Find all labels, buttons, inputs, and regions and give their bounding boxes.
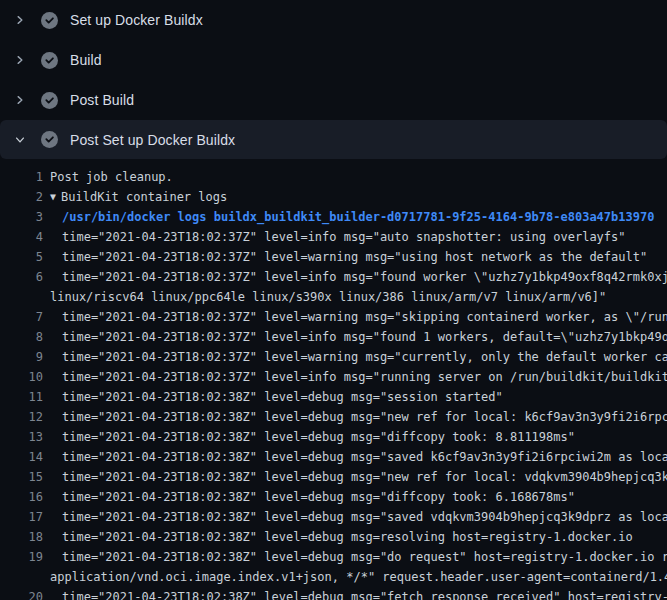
log-line-text: time="2021-04-23T18:02:38Z" level=debug … [43,507,667,527]
log-line: 3 /usr/bin/docker logs buildx_buildkit_b… [0,207,667,227]
log-line-text: time="2021-04-23T18:02:38Z" level=debug … [43,527,633,547]
log-line: 14 time="2021-04-23T18:02:38Z" level=deb… [0,447,667,467]
step-header-post-set-up-docker-buildx[interactable]: Post Set up Docker Buildx [0,120,667,159]
log-line-text: time="2021-04-23T18:02:37Z" level=warnin… [43,307,667,327]
chevron-right-icon [14,94,26,106]
log-line-text: time="2021-04-23T18:02:38Z" level=debug … [43,387,503,407]
step-label: Build [70,52,102,68]
log-line-number[interactable]: 16 [0,487,43,507]
log-line-number[interactable]: 6 [0,267,43,287]
log-line-text: time="2021-04-23T18:02:37Z" level=info m… [43,227,626,247]
chevron-right-icon [14,54,26,66]
log-line-text: BuildKit container logs [56,187,227,207]
log-line: 16 time="2021-04-23T18:02:38Z" level=deb… [0,487,667,507]
triangle-down-icon: ▼ [43,187,56,207]
log-line-text: time="2021-04-23T18:02:38Z" level=debug … [43,587,667,600]
log-line-text: application/vnd.oci.image.index.v1+json,… [43,567,667,587]
log-line: 8 time="2021-04-23T18:02:37Z" level=info… [0,327,667,347]
step-label: Post Set up Docker Buildx [70,132,235,148]
check-circle-icon [41,12,58,29]
log-line-number[interactable]: 10 [0,367,43,387]
log-line-text: time="2021-04-23T18:02:37Z" level=info m… [43,267,667,287]
log-line-number[interactable]: 4 [0,227,43,247]
chevron-right-icon [14,14,26,26]
log-line: 18 time="2021-04-23T18:02:38Z" level=deb… [0,527,667,547]
log-line: 20 time="2021-04-23T18:02:38Z" level=deb… [0,587,667,600]
log-line: 4 time="2021-04-23T18:02:37Z" level=info… [0,227,667,247]
log-line: 19 time="2021-04-23T18:02:38Z" level=deb… [0,547,667,567]
log-line-continuation: application/vnd.oci.image.index.v1+json,… [0,567,667,587]
log-line: 6 time="2021-04-23T18:02:37Z" level=info… [0,267,667,287]
log-line-number[interactable]: 9 [0,347,43,367]
workflow-log-page: { "theme":{ "background":"#0b0e14", "exp… [0,0,667,600]
log-line-text: time="2021-04-23T18:02:37Z" level=warnin… [43,347,667,367]
step-header-set-up-docker-buildx[interactable]: Set up Docker Buildx [0,0,667,40]
log-line-number[interactable]: 7 [0,307,43,327]
log-line-number[interactable]: 3 [0,207,43,227]
log-line: 13 time="2021-04-23T18:02:38Z" level=deb… [0,427,667,447]
log-line-number[interactable]: 5 [0,247,43,267]
log-line-text: time="2021-04-23T18:02:37Z" level=warnin… [43,247,647,267]
log-line-number[interactable]: 15 [0,467,43,487]
log-line: 11 time="2021-04-23T18:02:38Z" level=deb… [0,387,667,407]
log-line: 17 time="2021-04-23T18:02:38Z" level=deb… [0,507,667,527]
log-line-number[interactable] [0,567,43,587]
log-line-number[interactable]: 19 [0,547,43,567]
log-line-text: time="2021-04-23T18:02:38Z" level=debug … [43,547,667,567]
log-line: 10 time="2021-04-23T18:02:37Z" level=inf… [0,367,667,387]
log-line-number[interactable]: 2 [0,187,43,207]
log-line-continuation: linux/riscv64 linux/ppc64le linux/s390x … [0,287,667,307]
log-line-text: linux/riscv64 linux/ppc64le linux/s390x … [43,287,606,307]
log-line-number[interactable]: 8 [0,327,43,347]
check-circle-icon [41,92,58,109]
log-line-text: time="2021-04-23T18:02:38Z" level=debug … [43,407,667,427]
log-line-text: time="2021-04-23T18:02:38Z" level=debug … [43,427,575,447]
log-line-text: Post job cleanup. [43,167,173,187]
log-line-number[interactable]: 1 [0,167,43,187]
step-label: Set up Docker Buildx [70,12,203,28]
log-line-number[interactable]: 13 [0,427,43,447]
check-circle-icon [41,52,58,69]
step-header-post-build[interactable]: Post Build [0,80,667,120]
log-line-text: time="2021-04-23T18:02:38Z" level=debug … [43,467,667,487]
log-line-number[interactable]: 14 [0,447,43,467]
log-line: 12 time="2021-04-23T18:02:38Z" level=deb… [0,407,667,427]
log-line-text: time="2021-04-23T18:02:38Z" level=debug … [43,487,575,507]
log-line: 1 Post job cleanup. [0,167,667,187]
steps-list: Set up Docker Buildx Build Post Build Po… [0,0,667,159]
check-circle-icon [41,131,58,148]
log-command-text: /usr/bin/docker logs buildx_buildkit_bui… [43,207,654,227]
log-line-number[interactable]: 12 [0,407,43,427]
step-header-build[interactable]: Build [0,40,667,80]
log-line-text: time="2021-04-23T18:02:37Z" level=info m… [43,367,667,387]
log-line: 5 time="2021-04-23T18:02:37Z" level=warn… [0,247,667,267]
log-line: 7 time="2021-04-23T18:02:37Z" level=warn… [0,307,667,327]
chevron-down-icon [14,134,26,146]
log-line: 15 time="2021-04-23T18:02:38Z" level=deb… [0,467,667,487]
log-line-text: time="2021-04-23T18:02:38Z" level=debug … [43,447,667,467]
log-group-toggle[interactable]: 2 ▼BuildKit container logs [0,187,667,207]
log-line: 9 time="2021-04-23T18:02:37Z" level=warn… [0,347,667,367]
log-line-number[interactable]: 17 [0,507,43,527]
log-line-number[interactable]: 18 [0,527,43,547]
log-viewer: 1 Post job cleanup. 2 ▼BuildKit containe… [0,159,667,600]
log-line-number[interactable]: 11 [0,387,43,407]
step-label: Post Build [70,92,134,108]
log-line-number[interactable]: 20 [0,587,43,600]
log-line-text: time="2021-04-23T18:02:37Z" level=info m… [43,327,667,347]
log-line-number[interactable] [0,287,43,307]
